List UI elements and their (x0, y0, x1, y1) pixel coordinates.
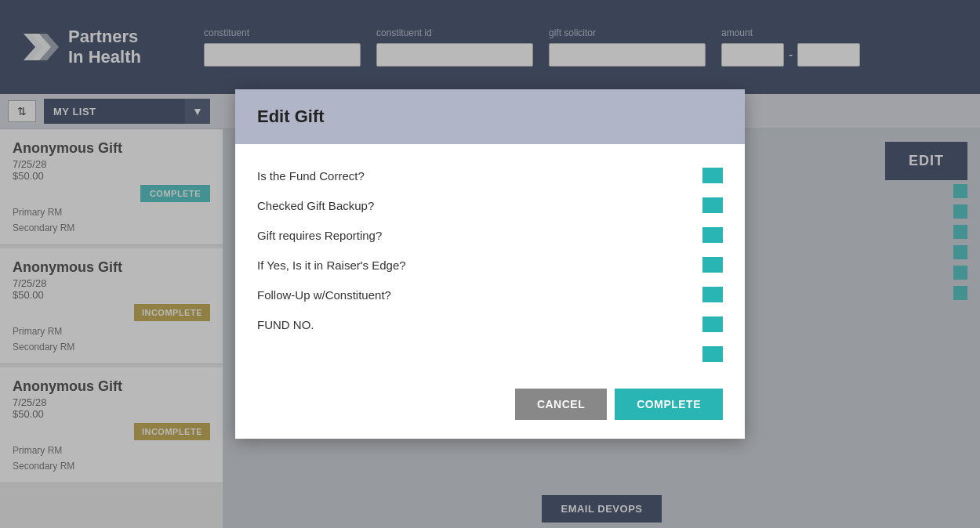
cancel-button[interactable]: CANCEL (515, 389, 607, 420)
modal-title: Edit Gift (257, 107, 325, 126)
checklist-label-0: Is the Fund Correct? (257, 169, 365, 183)
modal-body: Is the Fund Correct? Checked Gift Backup… (235, 144, 745, 381)
modal-footer: CANCEL COMPLETE (235, 381, 745, 439)
checklist-row-4: Follow-Up w/Constituent? (257, 287, 723, 302)
modal-overlay: Edit Gift Is the Fund Correct? Checked G… (0, 0, 980, 528)
checkbox-3[interactable] (702, 257, 723, 273)
checkbox-0[interactable] (702, 168, 723, 183)
checklist-row-2: Gift requires Reporting? (257, 227, 723, 243)
checklist-label-5: FUND NO. (257, 318, 314, 331)
edit-gift-modal: Edit Gift Is the Fund Correct? Checked G… (235, 89, 745, 439)
checklist-row-3: If Yes, Is it in Raiser's Edge? (257, 257, 723, 273)
checkbox-4[interactable] (702, 287, 723, 302)
checklist-label-1: Checked Gift Backup? (257, 199, 374, 212)
checkbox-5[interactable] (702, 316, 723, 332)
checkbox-extra[interactable] (702, 346, 723, 362)
checklist-row-1: Checked Gift Backup? (257, 197, 723, 213)
checklist-label-2: Gift requires Reporting? (257, 229, 382, 242)
checklist-row-5: FUND NO. (257, 316, 723, 332)
complete-button[interactable]: COMPLETE (615, 389, 723, 420)
modal-header: Edit Gift (235, 89, 745, 144)
checklist-label-4: Follow-Up w/Constituent? (257, 288, 391, 302)
checklist-row-0: Is the Fund Correct? (257, 168, 723, 183)
checkbox-2[interactable] (702, 227, 723, 243)
checkbox-1[interactable] (702, 197, 723, 213)
checklist-label-3: If Yes, Is it in Raiser's Edge? (257, 259, 406, 272)
